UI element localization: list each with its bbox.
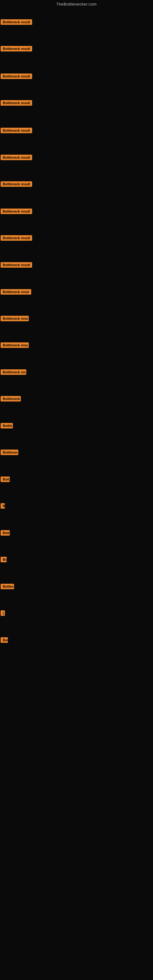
bottleneck-badge-13: Bottleneck resu — [1, 342, 29, 348]
bottleneck-badge-2: Bottleneck result — [1, 46, 32, 51]
bottleneck-badge-9: Bottleneck result — [1, 235, 32, 241]
bottleneck-badge-24: Bot — [1, 637, 8, 643]
bottleneck-badge-8: Bottleneck result — [1, 208, 32, 214]
bottleneck-badge-15: Bottleneck — [1, 396, 21, 401]
bottleneck-badge-19: B — [1, 503, 5, 509]
bottleneck-badge-4: Bottleneck result — [1, 100, 32, 106]
bottleneck-badge-12: Bottleneck resu — [1, 316, 29, 321]
bottleneck-badge-10: Bottleneck result — [1, 262, 32, 268]
bottleneck-badge-6: Bottleneck result — [1, 155, 32, 160]
bottleneck-badge-23: | — [1, 610, 5, 616]
bottleneck-badge-17: Bottlenec — [1, 450, 18, 455]
bottleneck-badge-18: Bott — [1, 477, 10, 482]
site-header: TheBottlenecker.com — [0, 0, 153, 8]
bottleneck-badge-11: Bottleneck resul — [1, 289, 31, 294]
bottleneck-badge-14: Bottleneck res — [1, 369, 26, 375]
bottleneck-badge-16: Bottle — [1, 423, 13, 428]
site-title: TheBottlenecker.com — [56, 2, 97, 6]
bottleneck-badge-22: Bottler — [1, 584, 14, 589]
bottleneck-badge-3: Bottleneck result — [1, 73, 32, 79]
badges-container: Bottleneck resultBottleneck resultBottle… — [0, 8, 153, 979]
bottleneck-badge-20: Bott — [1, 530, 10, 536]
bottleneck-badge-7: Bottleneck result — [1, 181, 32, 187]
bottleneck-badge-5: Bottleneck result — [1, 128, 32, 133]
bottleneck-badge-1: Bottleneck result — [1, 19, 32, 25]
bottleneck-badge-21: Bo — [1, 557, 7, 562]
